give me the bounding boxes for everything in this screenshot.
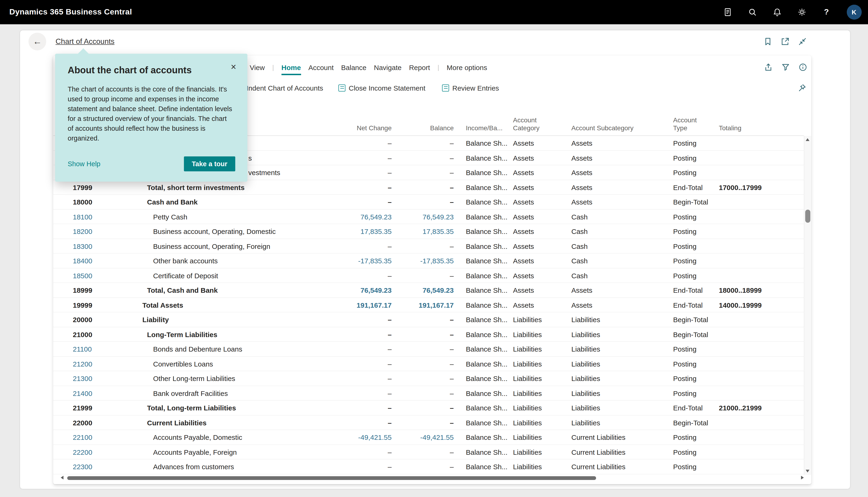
table-row[interactable]: 22000Current Liabilities––Balance Sh...L…	[53, 415, 804, 430]
table-row[interactable]: 18500Certificate of Deposit––Balance Sh.…	[53, 268, 804, 283]
menu-item-view[interactable]: View	[250, 63, 265, 71]
table-row[interactable]: 22300Advances from customers––Balance Sh…	[53, 459, 804, 474]
table-row[interactable]: 21300Other Long-term Liabilities––Balanc…	[53, 371, 804, 386]
settings-gear-icon[interactable]	[797, 8, 806, 17]
account-no[interactable]: 18300	[73, 239, 136, 253]
collapse-icon[interactable]	[798, 37, 807, 46]
account-no[interactable]: 21300	[73, 371, 136, 386]
table-row[interactable]: 18000Cash and Bank––Balance Sh...AssetsA…	[53, 195, 804, 209]
column-header-sub[interactable]: Account Subcategory	[572, 124, 665, 132]
user-avatar[interactable]: K	[847, 5, 862, 19]
share-icon[interactable]	[764, 62, 773, 72]
account-type-value: Posting	[673, 209, 718, 224]
action-close-income-statement[interactable]: Close Income Statement	[338, 79, 425, 97]
take-a-tour-button[interactable]: Take a tour	[184, 156, 235, 171]
account-no[interactable]: 18100	[73, 209, 136, 224]
balance-value[interactable]: 191,167.17	[370, 298, 454, 312]
account-no[interactable]: 21999	[73, 401, 136, 415]
account-no[interactable]: 22200	[73, 445, 136, 459]
menu-item-report[interactable]: Report	[409, 63, 430, 71]
menu-item-navigate[interactable]: Navigate	[374, 63, 402, 71]
account-no[interactable]: 21000	[73, 327, 136, 342]
account-no[interactable]: 22300	[73, 459, 136, 474]
balance-value: –	[370, 401, 454, 415]
search-icon[interactable]	[748, 8, 757, 17]
vertical-scrollbar[interactable]	[804, 136, 811, 475]
breadcrumb[interactable]: Chart of Accounts	[56, 37, 115, 46]
horizontal-scrollbar[interactable]	[61, 475, 804, 481]
balance-value[interactable]: 76,549.23	[370, 283, 454, 297]
table-row[interactable]: 22200Accounts Payable, Foreign––Balance …	[53, 445, 804, 459]
action-review-entries[interactable]: Review Entries	[442, 79, 499, 97]
column-header-type[interactable]: Account Type	[673, 116, 704, 132]
help-icon[interactable]: ?	[822, 8, 831, 17]
column-header-tot[interactable]: Totaling	[719, 124, 794, 132]
action-indent-chart-of-accounts[interactable]: Indent Chart of Accounts	[236, 79, 323, 97]
pin-icon[interactable]	[797, 83, 807, 93]
document-icon[interactable]	[723, 8, 732, 17]
table-row[interactable]: 18200Business account, Operating, Domest…	[53, 224, 804, 239]
table-row[interactable]: 17999Total, short term investments––Bala…	[53, 180, 804, 195]
balance-value[interactable]: -49,421.55	[370, 430, 454, 444]
menu-item-more-options[interactable]: More options	[447, 63, 487, 71]
table-row[interactable]: 21000Long-Term Liabilities––Balance Sh..…	[53, 327, 804, 342]
account-category-value: Liabilities	[513, 459, 568, 474]
account-category-value: Assets	[513, 209, 568, 224]
account-subcategory-value: Liabilities	[572, 386, 670, 400]
horizontal-scroll-thumb[interactable]	[67, 476, 596, 480]
teaching-tip-footer: Show Help Take a tour	[68, 156, 235, 171]
account-no[interactable]: 21200	[73, 356, 136, 371]
show-help-link[interactable]: Show Help	[68, 160, 100, 168]
menu-item-home[interactable]: Home	[281, 63, 301, 71]
totaling-value	[719, 165, 798, 180]
open-in-new-window-icon[interactable]	[780, 37, 790, 46]
balance-value[interactable]: 17,835.35	[370, 224, 454, 239]
scroll-right-arrow[interactable]	[801, 476, 804, 480]
menu-item-account[interactable]: Account	[308, 63, 334, 71]
table-row[interactable]: 21400Bank overdraft Facilities––Balance …	[53, 386, 804, 401]
vertical-scroll-thumb[interactable]	[805, 210, 810, 223]
table-row[interactable]: 21200Convertibles Loans––Balance Sh...Li…	[53, 356, 804, 371]
totaling-value	[719, 136, 798, 150]
column-header-cat[interactable]: Account Category	[513, 116, 547, 132]
column-header-bal[interactable]: Balance	[374, 124, 454, 132]
account-no[interactable]: 18500	[73, 268, 136, 283]
account-no[interactable]: 20000	[73, 312, 136, 327]
account-type-value: Posting	[673, 430, 718, 444]
table-row[interactable]: 18400Other bank accounts-17,835.35-17,83…	[53, 254, 804, 268]
table-row[interactable]: 19999Total Assets191,167.17191,167.17Bal…	[53, 298, 804, 312]
table-row[interactable]: 22100Accounts Payable, Domestic-49,421.5…	[53, 430, 804, 445]
scroll-down-arrow[interactable]	[806, 470, 809, 472]
back-button[interactable]: ←	[28, 33, 46, 51]
table-row[interactable]: 21100Bonds and Debenture Loans––Balance …	[53, 342, 804, 356]
income-balance-value: Balance Sh...	[466, 430, 511, 444]
account-type-value: Posting	[673, 254, 718, 268]
menu-item-balance[interactable]: Balance	[341, 63, 366, 71]
table-row[interactable]: 18999Total, Cash and Bank76,549.2376,549…	[53, 283, 804, 298]
account-no[interactable]: 18400	[73, 254, 136, 268]
bell-icon[interactable]	[772, 8, 782, 17]
account-no[interactable]: 18999	[73, 283, 136, 297]
scroll-left-arrow[interactable]	[61, 476, 63, 480]
account-no[interactable]: 22000	[73, 415, 136, 430]
info-icon[interactable]	[798, 62, 808, 72]
table-row[interactable]: 18300Business account, Operating, Foreig…	[53, 239, 804, 254]
account-no[interactable]: 22100	[73, 430, 136, 444]
account-no[interactable]: 21100	[73, 342, 136, 356]
table-row[interactable]: 21999Total, Long-term Liabilities––Balan…	[53, 401, 804, 415]
balance-value[interactable]: -17,835.35	[370, 254, 454, 268]
account-subcategory-value: Cash	[572, 254, 670, 268]
close-icon[interactable]: ×	[231, 62, 236, 71]
account-no[interactable]: 17999	[73, 180, 136, 195]
filter-icon[interactable]	[781, 62, 790, 72]
table-row[interactable]: 20000Liability––Balance Sh...Liabilities…	[53, 312, 804, 327]
account-no[interactable]: 18200	[73, 224, 136, 239]
scroll-up-arrow[interactable]	[806, 138, 809, 141]
bookmark-icon[interactable]	[763, 37, 772, 46]
account-no[interactable]: 18000	[73, 195, 136, 209]
table-row[interactable]: 18100Petty Cash76,549.2376,549.23Balance…	[53, 209, 804, 224]
balance-value[interactable]: 76,549.23	[370, 209, 454, 224]
column-header-inc[interactable]: Income/Ba...	[466, 124, 512, 132]
account-no[interactable]: 21400	[73, 386, 136, 400]
account-no[interactable]: 19999	[73, 298, 136, 312]
